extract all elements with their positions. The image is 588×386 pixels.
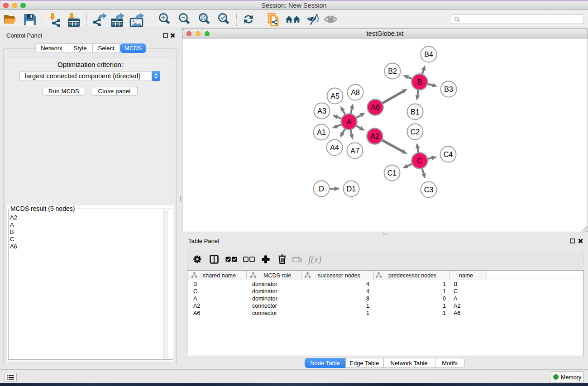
- svg-text:B: B: [417, 78, 422, 86]
- svg-text:C1: C1: [387, 169, 397, 177]
- svg-text:B3: B3: [444, 86, 453, 93]
- svg-text:C3: C3: [424, 186, 434, 194]
- svg-text:C: C: [417, 157, 422, 165]
- svg-text:A3: A3: [317, 107, 326, 115]
- svg-text:A2: A2: [370, 133, 379, 140]
- svg-text:D1: D1: [347, 185, 356, 193]
- svg-text:C2: C2: [411, 128, 420, 136]
- svg-text:B2: B2: [388, 67, 397, 75]
- svg-text:A6: A6: [371, 104, 380, 111]
- svg-text:B4: B4: [424, 51, 433, 58]
- svg-text:D: D: [319, 185, 324, 193]
- svg-text:A8: A8: [351, 89, 360, 96]
- svg-text:A: A: [347, 118, 352, 126]
- svg-text:C4: C4: [444, 151, 453, 158]
- svg-text:A1: A1: [317, 129, 326, 136]
- svg-text:A7: A7: [350, 147, 359, 155]
- svg-text:A4: A4: [330, 144, 339, 152]
- svg-text:A5: A5: [330, 92, 339, 100]
- svg-text:B1: B1: [411, 108, 420, 116]
